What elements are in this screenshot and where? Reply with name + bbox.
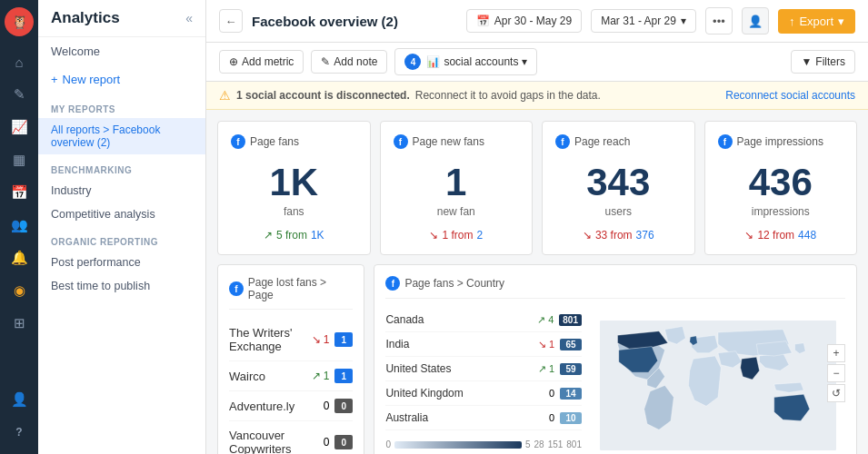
- metrics-icon[interactable]: 📈: [5, 113, 34, 142]
- edit-icon[interactable]: ✎: [5, 80, 34, 109]
- page-fans-card: f Page fans 1K fans ↗ 5 from 1K: [217, 121, 371, 255]
- date-range-primary-btn[interactable]: 📅 Apr 30 - May 29: [466, 9, 582, 33]
- calendar-icon[interactable]: 📅: [5, 178, 34, 207]
- impressions-change-ref: 448: [798, 229, 816, 242]
- page-reach-change: ↘ 33 from 376: [555, 229, 682, 242]
- facebook-overview-breadcrumb[interactable]: All reports > Facebook overview (2): [38, 118, 205, 154]
- row-change-adventurely: 0: [324, 400, 330, 412]
- vancouver-change-val: 0: [324, 436, 330, 449]
- australia-val: 0: [549, 412, 554, 423]
- country-australia: Australia: [385, 411, 549, 424]
- social-count-badge: 4: [404, 54, 421, 70]
- warning-icon: ⚠: [219, 88, 231, 103]
- us-badge: 59: [560, 363, 582, 375]
- back-button[interactable]: ←: [219, 9, 243, 33]
- writers-badge: 1: [334, 332, 353, 347]
- analytics-sidebar: Analytics « Welcome + New report MY REPO…: [38, 0, 206, 454]
- bell-icon[interactable]: 🔔: [5, 243, 34, 272]
- plus-icon: +: [51, 73, 58, 86]
- filters-btn[interactable]: ▼ Filters: [791, 50, 855, 74]
- india-badge: 65: [560, 339, 582, 350]
- facebook-impressions-icon: f: [718, 134, 733, 149]
- top-bar: ← Facebook overview (2) 📅 Apr 30 - May 2…: [206, 0, 868, 43]
- facebook-new-fans-icon: f: [394, 134, 408, 149]
- reach-change-arrow: ↘: [583, 229, 592, 242]
- main-content: ← Facebook overview (2) 📅 Apr 30 - May 2…: [206, 0, 868, 454]
- legend-gradient: [394, 441, 522, 449]
- page-fans-title: Page fans: [250, 135, 299, 148]
- social-accounts-btn[interactable]: 4 📊 social accounts ▾: [394, 48, 537, 75]
- warning-sub-text: Reconnect it to avoid gaps in the data.: [415, 89, 601, 102]
- reconnect-link[interactable]: Reconnect social accounts: [725, 89, 855, 102]
- user-button[interactable]: 👤: [742, 7, 769, 35]
- more-options-btn[interactable]: •••: [705, 7, 733, 35]
- page-impressions-header: f Page impressions: [718, 134, 844, 149]
- reach-change-val: 33 from: [595, 229, 633, 242]
- apps-icon[interactable]: ⊞: [5, 309, 34, 338]
- country-row-canada: Canada ↗ 4 801: [385, 308, 582, 332]
- action-bar: ⊕ Add metric ✎ Add note 4 📊 social accou…: [206, 43, 868, 82]
- legend-min: 0: [385, 439, 391, 449]
- welcome-nav-item[interactable]: Welcome: [38, 37, 205, 65]
- my-reports-label: MY REPORTS: [38, 94, 205, 118]
- help-icon[interactable]: ?: [5, 418, 34, 447]
- legend-5: 5: [525, 439, 531, 449]
- best-time-link[interactable]: Best time to publish: [38, 274, 205, 298]
- wairco-arrow: ↗: [312, 370, 321, 382]
- new-fans-change-arrow: ↘: [429, 229, 438, 242]
- date-compare-label: Mar 31 - Apr 29: [601, 15, 676, 27]
- map-refresh-btn[interactable]: ↺: [827, 384, 845, 402]
- post-performance-link[interactable]: Post performance: [38, 251, 205, 274]
- writers-arrow: ↘: [312, 333, 321, 346]
- legend-151: 151: [548, 439, 564, 449]
- grid-icon[interactable]: ▦: [5, 145, 34, 174]
- map-zoom-out-btn[interactable]: −: [827, 364, 845, 382]
- analytics-icon[interactable]: ◉: [5, 276, 34, 305]
- export-button[interactable]: ↑ Export ▾: [778, 9, 855, 34]
- page-new-fans-header: f Page new fans: [394, 134, 520, 149]
- page-new-fans-change: ↘ 1 from 2: [394, 229, 520, 242]
- facebook-reach-icon: f: [555, 134, 570, 149]
- lost-fans-header: f Page lost fans > Page: [229, 276, 353, 310]
- add-note-btn[interactable]: ✎ Add note: [311, 50, 387, 74]
- warning-message: ⚠ 1 social account is disconnected. Reco…: [219, 88, 601, 103]
- new-fans-change-val: 1 from: [442, 229, 473, 242]
- country-us: United States: [385, 362, 538, 375]
- impressions-change-val: 12 from: [757, 229, 794, 242]
- date-range-compare-btn[interactable]: Mar 31 - Apr 29 ▾: [591, 9, 696, 33]
- facebook-fans-icon: f: [231, 134, 245, 149]
- fans-change-ref: 1K: [311, 229, 324, 242]
- sidebar-collapse-btn[interactable]: «: [185, 11, 193, 25]
- page-fans-change: ↗ 5 from 1K: [231, 229, 357, 242]
- add-metric-btn[interactable]: ⊕ Add metric: [219, 50, 304, 74]
- add-note-icon: ✎: [321, 55, 330, 68]
- map-zoom-in-btn[interactable]: +: [827, 344, 845, 362]
- page-new-fans-card: f Page new fans 1 new fan ↘ 1 from 2: [380, 121, 534, 255]
- industry-link[interactable]: Industry: [38, 179, 205, 202]
- map-controls: + − ↺: [827, 344, 845, 402]
- add-metric-label: Add metric: [242, 55, 294, 68]
- lost-fans-card: f Page lost fans > Page The Writers' Exc…: [217, 264, 364, 454]
- page-impressions-change: ↘ 12 from 448: [718, 229, 844, 242]
- country-header: f Page fans > Country: [385, 276, 845, 299]
- row-change-vancouver: 0: [324, 436, 330, 449]
- home-icon[interactable]: ⌂: [5, 47, 34, 76]
- competitive-analysis-link[interactable]: Competitive analysis: [38, 202, 205, 226]
- more-icon: •••: [713, 15, 725, 28]
- page-reach-header: f Page reach: [555, 134, 682, 149]
- app-logo[interactable]: 🦉: [5, 7, 34, 36]
- people-icon[interactable]: 👥: [5, 211, 34, 240]
- fans-change-arrow: ↗: [264, 229, 273, 242]
- row-name-vancouver: Vancouver Copywriters: [229, 429, 324, 454]
- row-name-writers: The Writers' Exchange: [229, 326, 312, 353]
- legend-28: 28: [534, 439, 544, 449]
- new-report-btn[interactable]: + New report: [38, 65, 205, 94]
- warning-banner: ⚠ 1 social account is disconnected. Reco…: [206, 82, 868, 110]
- country-list: Canada ↗ 4 801 India ↘ 1: [385, 308, 582, 454]
- export-up-icon: ↑: [789, 15, 795, 28]
- page-impressions-value: 436: [718, 163, 844, 202]
- country-content: Canada ↗ 4 801 India ↘ 1: [385, 308, 845, 454]
- australia-change: 0: [549, 412, 554, 423]
- user-circle-icon[interactable]: 👤: [5, 385, 34, 414]
- india-val: 1: [549, 339, 554, 350]
